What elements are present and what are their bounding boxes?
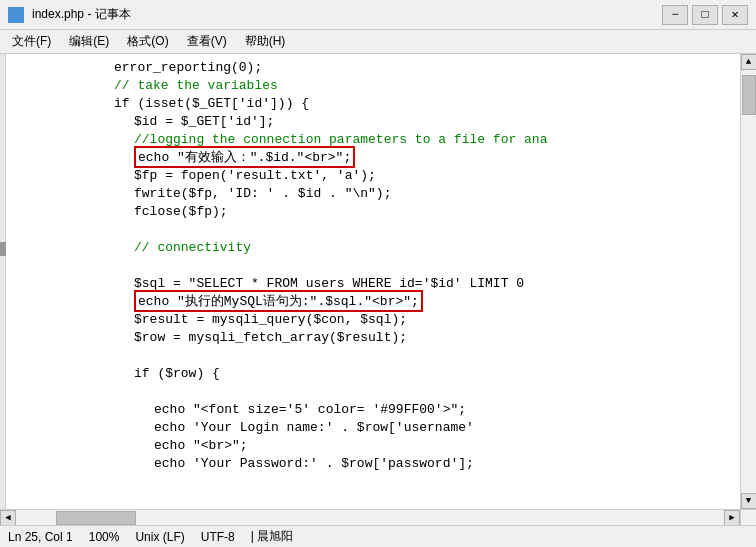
menu-bar: 文件(F) 编辑(E) 格式(O) 查看(V) 帮助(H) — [0, 30, 756, 54]
code-line: // connectivity — [14, 238, 732, 256]
maximize-button[interactable]: □ — [692, 5, 718, 25]
highlighted-code: echo "执行的MySQL语句为:".$sql."<br>"; — [134, 290, 423, 312]
code-line: $row = mysqli_fetch_array($result); — [14, 328, 732, 346]
menu-edit[interactable]: 编辑(E) — [61, 31, 117, 52]
scroll-right-button[interactable]: ▶ — [724, 510, 740, 526]
code-line — [14, 256, 732, 274]
window-controls: − □ ✕ — [662, 5, 748, 25]
zoom-level: 100% — [89, 530, 120, 544]
comment-code: // connectivity — [134, 240, 251, 255]
code-line: echo "<font size='5' color= '#99FF00'>"; — [14, 400, 732, 418]
status-bar: Ln 25, Col 1 100% Unix (LF) UTF-8 | 晨旭阳 — [0, 525, 756, 547]
line-ending: Unix (LF) — [135, 530, 184, 544]
scroll-thumb[interactable] — [742, 75, 756, 115]
scroll-track[interactable] — [741, 70, 756, 493]
close-button[interactable]: ✕ — [722, 5, 748, 25]
code-line: fwrite($fp, 'ID: ' . $id . "\n"); — [14, 184, 732, 202]
code-line: //logging the connection parameters to a… — [14, 130, 732, 148]
code-line: echo "执行的MySQL语句为:".$sql."<br>"; — [14, 292, 732, 310]
menu-view[interactable]: 查看(V) — [179, 31, 235, 52]
code-line: echo 'Your Password:' . $row['password']… — [14, 454, 732, 472]
highlighted-code: echo "有效输入：".$id."<br>"; — [134, 146, 355, 168]
window-title: index.php - 记事本 — [32, 6, 131, 23]
minimize-button[interactable]: − — [662, 5, 688, 25]
comment-code: //logging the connection parameters to a… — [134, 132, 547, 147]
code-line: // take the variables — [14, 76, 732, 94]
comment-code: // take the variables — [114, 78, 278, 93]
horizontal-scrollbar[interactable]: ◀ ▶ — [0, 509, 756, 525]
code-line: if (isset($_GET['id'])) { — [14, 94, 732, 112]
menu-file[interactable]: 文件(F) — [4, 31, 59, 52]
menu-help[interactable]: 帮助(H) — [237, 31, 294, 52]
scroll-up-button[interactable]: ▲ — [741, 54, 757, 70]
code-line: $fp = fopen('result.txt', 'a'); — [14, 166, 732, 184]
code-line: if ($row) { — [14, 364, 732, 382]
editor-container: error_reporting(0);// take the variables… — [0, 54, 756, 509]
title-bar: index.php - 记事本 − □ ✕ — [0, 0, 756, 30]
code-line: echo "有效输入：".$id."<br>"; — [14, 148, 732, 166]
scroll-down-button[interactable]: ▼ — [741, 493, 757, 509]
cursor-position: Ln 25, Col 1 — [8, 530, 73, 544]
branding: | 晨旭阳 — [251, 528, 293, 545]
vertical-scrollbar[interactable]: ▲ ▼ — [740, 54, 756, 509]
code-line — [14, 382, 732, 400]
code-editor[interactable]: error_reporting(0);// take the variables… — [6, 54, 740, 509]
code-line — [14, 220, 732, 238]
scrollbar-corner — [740, 510, 756, 526]
code-line — [14, 346, 732, 364]
code-line: $id = $_GET['id']; — [14, 112, 732, 130]
h-scroll-thumb[interactable] — [56, 511, 136, 525]
code-line: $result = mysqli_query($con, $sql); — [14, 310, 732, 328]
scroll-left-button[interactable]: ◀ — [0, 510, 16, 526]
code-line: echo "<br>"; — [14, 436, 732, 454]
code-line: error_reporting(0); — [14, 58, 732, 76]
h-scroll-track[interactable] — [16, 510, 724, 525]
encoding: UTF-8 — [201, 530, 235, 544]
code-line: fclose($fp); — [14, 202, 732, 220]
menu-format[interactable]: 格式(O) — [119, 31, 176, 52]
code-line: echo 'Your Login name:' . $row['username… — [14, 418, 732, 436]
app-icon — [8, 7, 24, 23]
